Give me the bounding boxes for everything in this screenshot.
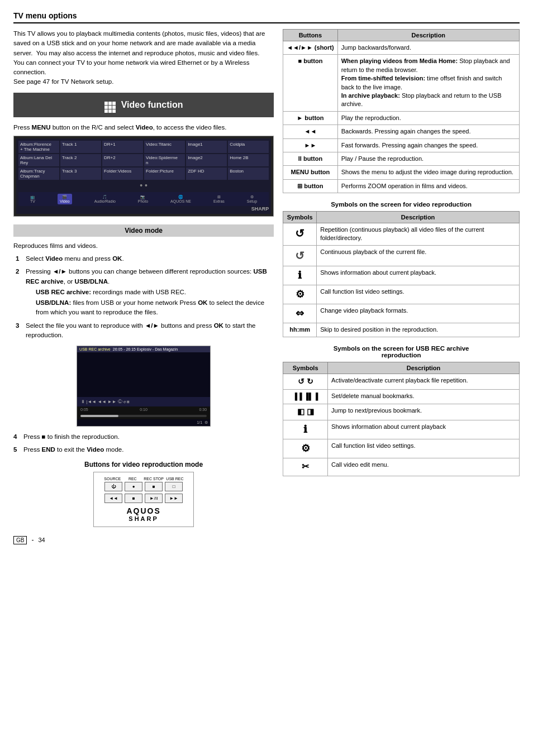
desc-rw: Backwards. Pressing again changes the sp… <box>337 125 519 138</box>
playback-content <box>77 352 210 397</box>
btn-rw: ◄◄ <box>283 125 338 138</box>
sharp-logo-ss: SHARP <box>18 206 269 212</box>
btn-ff: ►► <box>283 138 338 152</box>
video-mode-intro: Reproduces films and videos. <box>13 241 274 251</box>
remote-row-2: ◄◄ ■ ►/II ►► <box>98 494 189 503</box>
step-2-num: 2 <box>16 267 22 276</box>
step-2-sub2: USB/DLNA: files from USB or your home ne… <box>36 298 274 318</box>
sym-info: ℹ <box>283 266 317 285</box>
grid-icon <box>104 97 116 113</box>
desc-activate-repeat: Activate/deactivate current playback fil… <box>328 374 520 390</box>
video-function-intro: Press MENU button on the R/C and select … <box>13 123 274 132</box>
table-row: ⚙ Call function list video settings. <box>283 439 520 458</box>
remote-btn-rw[interactable]: ◄◄ <box>104 494 122 503</box>
ss-row3-col4: Folder:Picture <box>144 168 185 180</box>
playback-controls: ⏸ |◄◄ ◄◄ ►► ⓘ ↺ ⊞ <box>77 397 210 406</box>
video-function-header: Video function <box>13 93 274 117</box>
video-mode-header: Video mode <box>13 224 274 237</box>
btn-short: ◄◄/►► (short) <box>283 41 338 55</box>
nav-setup: ⚙Setup <box>247 195 257 203</box>
ss-row1-col1: Album:Florence+ The Machine <box>18 141 59 153</box>
usb-rec-info: 26:05 - 26:15 Explosiv - Das Magazin <box>113 347 178 351</box>
video-function-title: Video function <box>121 100 183 110</box>
table-row: ▐▐ ▐▌▐ Set/delete manual bookmarks. <box>283 390 520 404</box>
desc-menu: Shows the menu to adjust the video image… <box>337 166 519 179</box>
ss-row1-col4: Video:Titanic <box>144 141 185 153</box>
time-end: 0:30 <box>199 408 207 412</box>
table-row: ■ button When playing videos from Media … <box>283 55 520 111</box>
left-column: This TV allows you to playback multimedi… <box>13 29 274 544</box>
table-row: ✂ Call video edit menu. <box>283 458 520 476</box>
usb-desc-header: Description <box>328 362 520 374</box>
usb-sym-header: Symbols <box>283 362 328 374</box>
symbols-desc-header: Description <box>317 212 520 223</box>
page-title: TV menu options <box>13 11 520 23</box>
nav-audio: 🎵Audio/Radio <box>94 195 116 203</box>
playback-settings-icon: ⚙ <box>204 420 208 425</box>
steps-list: 1 Select Video menu and press OK. 2 Pres… <box>13 254 274 340</box>
table-row: ℹ Shows information about current playba… <box>283 420 520 439</box>
remote-btn-rec[interactable]: ● <box>125 482 142 491</box>
step-5-content: Press END to exit the Video mode. <box>23 445 274 454</box>
sym-settings-usb: ⚙ <box>283 439 328 458</box>
ss-row3-col1: Album:TracyChapman <box>18 168 59 180</box>
remote-label-rec: REC <box>123 477 141 481</box>
desc-jump-bookmark: Jump to next/previous bookmark. <box>328 404 520 420</box>
ctrl-icons: ⏸ |◄◄ ◄◄ ►► ⓘ ↺ ⊞ <box>80 399 129 404</box>
step-4-content: Press ■ to finish the reproduction. <box>23 432 274 442</box>
symbols-col-header: Symbols <box>283 212 317 223</box>
nav-photo: 📷Photo <box>138 195 148 203</box>
ss-row2-col5: Image2 <box>186 154 227 166</box>
step-5: 5 Press END to exit the Video mode. <box>13 445 274 454</box>
playback-dark-bg <box>77 352 210 397</box>
remote-label-source: SOURCE <box>103 477 121 481</box>
table-row: ►► Fast forwards. Pressing again changes… <box>283 138 520 152</box>
sym-jump-bookmark: ◧ ◨ <box>283 404 328 420</box>
desc-edit: Call video edit menu. <box>328 458 520 476</box>
remote-btn-rec-stop[interactable]: ■ <box>145 482 163 491</box>
time-mid: 0:10 <box>140 408 147 412</box>
step-1-num: 1 <box>16 254 22 264</box>
ss-row2-col3: DR+2 <box>102 154 143 166</box>
intro-text: This TV allows you to playback multimedi… <box>13 29 274 87</box>
table-row: ◧ ◨ Jump to next/previous bookmark. <box>283 404 520 420</box>
btn-menu: MENU button <box>283 166 338 179</box>
sym-format: ⇔ <box>283 304 317 323</box>
remote-btn-ff[interactable]: ►► <box>165 494 183 503</box>
playback-screenshot: USB REC archive 26:05 - 26:15 Explosiv -… <box>77 346 211 427</box>
ss-row2-col2: Track 2 <box>60 154 101 166</box>
description-col-header: Description <box>337 30 519 41</box>
desc-stop: When playing videos from Media Home: Sto… <box>337 55 519 111</box>
remote-btn-stop[interactable]: ■ <box>125 494 142 503</box>
desc-info: Shows information about current playback… <box>317 266 520 285</box>
step-4-num: 4 <box>13 432 20 442</box>
dash: - <box>31 536 34 544</box>
screenshot-nav: 📺TV 🎬Video 🎵Audio/Radio 📷Photo 🌐AQUOS NE… <box>18 192 269 206</box>
remote-btn-source[interactable]: ⏻ <box>104 482 122 491</box>
symbols-video-title: Symbols on the screen for video reproduc… <box>283 201 520 208</box>
step-2-sub1: USB REC archive: recordings made with US… <box>36 288 274 297</box>
remote-btn-usb-rec[interactable]: □ <box>165 482 183 491</box>
remote-box: SOURCE REC REC STOP USB REC ⏻ ● ■ □ ◄◄ ■… <box>93 472 194 527</box>
sym-bookmarks: ▐▐ ▐▌▐ <box>283 390 328 404</box>
progress-bar <box>80 415 207 417</box>
ss-row3-col6: Boston <box>228 168 269 180</box>
usb-rec-label: USB REC archive <box>79 347 111 351</box>
remote-btn-play-pause[interactable]: ►/II <box>145 494 163 503</box>
table-row: ⊞ button Performs ZOOM operation in film… <box>283 179 520 193</box>
table-row: ⇔ Change video playback formats. <box>283 304 520 323</box>
sym-info-usb: ℹ <box>283 420 328 439</box>
btn-play: ► button <box>283 111 338 125</box>
page-number: 34 <box>38 537 45 543</box>
step-4: 4 Press ■ to finish the reproduction. <box>13 432 274 442</box>
desc-format: Change video playback formats. <box>317 304 520 323</box>
btn-zoom: ⊞ button <box>283 179 338 193</box>
ss-row1-col2: Track 1 <box>60 141 101 153</box>
ss-row2-col1: Album:Lana DelRey <box>18 154 59 166</box>
nav-dots: • • <box>18 181 269 190</box>
desc-bookmarks: Set/delete manual bookmarks. <box>328 390 520 404</box>
desc-info-usb: Shows information about current playback <box>328 420 520 439</box>
buttons-section-title: Buttons for video reproduction mode <box>13 461 274 468</box>
ss-row3-col2: Track 3 <box>60 168 101 180</box>
step-2-content: Pressing ◄/► buttons you can change betw… <box>26 267 274 317</box>
